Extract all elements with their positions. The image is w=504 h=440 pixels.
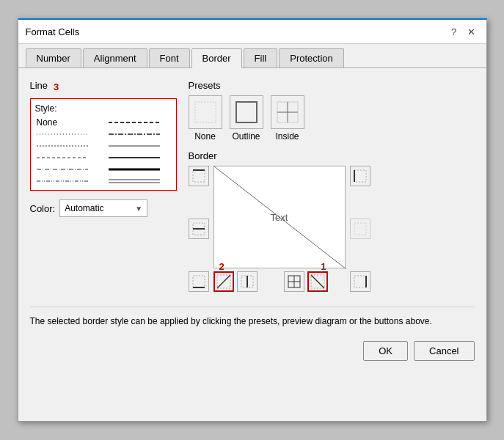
preset-none-label: None bbox=[194, 131, 216, 142]
style-dotted2[interactable] bbox=[35, 140, 100, 152]
border-controls-right bbox=[350, 166, 370, 292]
style-box: Style: None bbox=[30, 98, 177, 191]
dialog-title: Format Cells bbox=[26, 26, 80, 37]
border-label: Border bbox=[189, 150, 475, 161]
tab-protection[interactable]: Protection bbox=[279, 48, 344, 67]
annotation-1: 1 bbox=[321, 261, 326, 272]
style-grid: None bbox=[35, 117, 172, 187]
border-left-btn[interactable] bbox=[350, 166, 370, 186]
preview-container: Text 2 bbox=[213, 166, 346, 292]
color-value: Automatic bbox=[65, 203, 103, 213]
footer: OK Cancel bbox=[18, 335, 486, 370]
border-preview[interactable]: Text bbox=[213, 166, 346, 268]
preset-none-item: None bbox=[189, 95, 222, 142]
line-section-label: Line bbox=[30, 80, 48, 91]
preset-inside-item: Inside bbox=[271, 95, 304, 142]
style-solid-thin[interactable] bbox=[107, 140, 172, 152]
preset-outline-item: Outline bbox=[230, 95, 263, 142]
tab-bar: Number Alignment Font Border Fill Protec… bbox=[18, 44, 486, 68]
style-dotted1[interactable] bbox=[35, 128, 100, 140]
presets-label: Presets bbox=[189, 80, 475, 91]
border-right-btn[interactable] bbox=[350, 271, 370, 292]
tab-border[interactable]: Border bbox=[191, 48, 242, 68]
preset-none-btn[interactable] bbox=[189, 95, 222, 129]
border-vmiddle-btn[interactable] bbox=[237, 271, 258, 292]
style-dashed-med[interactable] bbox=[107, 117, 172, 128]
style-dashed1[interactable] bbox=[35, 152, 100, 164]
left-panel: Line 3 Style: None bbox=[30, 80, 177, 292]
border-controls-bottom: 2 bbox=[213, 271, 346, 292]
diag-down-right-container: 1 bbox=[307, 271, 328, 292]
style-none[interactable]: None bbox=[35, 117, 100, 128]
close-button[interactable]: ✕ bbox=[464, 24, 479, 39]
presets-row: None Outline bbox=[189, 95, 475, 142]
style-col-right bbox=[107, 117, 172, 187]
border-hmiddle-btn[interactable] bbox=[189, 219, 209, 239]
style-dashdot2[interactable] bbox=[107, 128, 172, 140]
preview-text-label: Text bbox=[271, 212, 288, 223]
preset-inside-btn[interactable] bbox=[271, 95, 304, 129]
border-diag-down-left-btn[interactable] bbox=[213, 271, 234, 292]
color-dropdown[interactable]: Automatic ▼ bbox=[59, 199, 147, 217]
preset-outline-btn[interactable] bbox=[230, 95, 263, 129]
right-panel: Presets None bbox=[189, 80, 475, 292]
annotation-2: 2 bbox=[219, 261, 224, 272]
main-content: Line 3 Style: None bbox=[18, 68, 486, 299]
tab-alignment[interactable]: Alignment bbox=[83, 48, 147, 67]
svg-rect-33 bbox=[354, 170, 366, 182]
help-button[interactable]: ? bbox=[447, 24, 461, 39]
dropdown-arrow-icon: ▼ bbox=[135, 205, 142, 213]
style-col-left: None bbox=[35, 117, 100, 187]
style-double[interactable] bbox=[107, 175, 172, 187]
color-label: Color: bbox=[30, 203, 56, 214]
cancel-button[interactable]: Cancel bbox=[414, 341, 474, 361]
border-vmid-right-btn[interactable] bbox=[350, 219, 370, 239]
diag-down-left-container: 2 bbox=[213, 271, 234, 292]
border-all-btn[interactable] bbox=[284, 271, 304, 292]
format-cells-dialog: Format Cells ? ✕ Number Alignment Font B… bbox=[18, 18, 487, 422]
svg-rect-21 bbox=[193, 276, 205, 287]
border-top-btn[interactable] bbox=[189, 166, 209, 186]
tab-font[interactable]: Font bbox=[149, 48, 190, 67]
annotation-3: 3 bbox=[54, 81, 59, 92]
none-label: None bbox=[37, 117, 58, 128]
svg-rect-35 bbox=[354, 223, 366, 235]
color-row: Color: Automatic ▼ bbox=[30, 199, 177, 217]
border-bottom-btn[interactable] bbox=[189, 271, 209, 292]
border-area: Text 2 bbox=[189, 166, 475, 292]
style-dashdotdot[interactable] bbox=[35, 175, 100, 187]
title-bar: Format Cells ? ✕ bbox=[18, 20, 486, 44]
tab-number[interactable]: Number bbox=[26, 48, 81, 67]
preset-outline-label: Outline bbox=[232, 131, 260, 142]
svg-rect-17 bbox=[193, 170, 205, 182]
title-buttons: ? ✕ bbox=[447, 24, 479, 39]
svg-rect-12 bbox=[195, 102, 216, 122]
ok-button[interactable]: OK bbox=[363, 341, 408, 361]
preset-inside-label: Inside bbox=[275, 131, 299, 142]
svg-line-32 bbox=[311, 275, 324, 288]
svg-rect-13 bbox=[236, 102, 257, 122]
tab-fill[interactable]: Fill bbox=[244, 48, 278, 67]
info-text: The selected border style can be applied… bbox=[30, 307, 475, 328]
style-label: Style: bbox=[35, 103, 172, 114]
svg-line-25 bbox=[217, 275, 230, 288]
style-solid-thick[interactable] bbox=[107, 164, 172, 175]
border-controls-left bbox=[189, 166, 209, 292]
svg-rect-36 bbox=[354, 276, 366, 287]
border-diag-down-right-btn[interactable] bbox=[307, 271, 328, 292]
style-solid-med[interactable] bbox=[107, 152, 172, 164]
style-dashdot[interactable] bbox=[35, 164, 100, 175]
